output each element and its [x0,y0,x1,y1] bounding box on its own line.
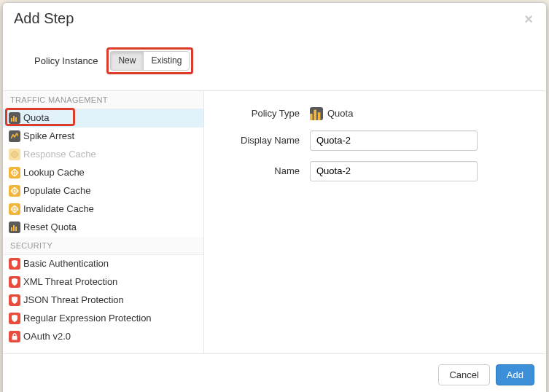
policy-item-label: JSON Threat Protection [23,294,124,305]
svg-rect-16 [13,225,15,231]
policy-item-populate-cache[interactable]: Populate Cache [3,182,203,200]
policy-form: Policy Type Quota Display Name Name [204,91,546,353]
policy-item-oauth-v2-0[interactable]: OAuth v2.0 [3,328,203,346]
policy-item-reset-quota[interactable]: Reset Quota [3,219,203,237]
policy-type-value: Quota [327,108,353,119]
cancel-button[interactable]: Cancel [438,364,489,385]
add-button[interactable]: Add [496,364,534,385]
policy-item-label: Quota [23,112,49,123]
policy-item-label: OAuth v2.0 [23,331,71,342]
policy-section-title: SECURITY [3,237,203,255]
modal-header: Add Step × [3,3,546,36]
svg-rect-18 [12,336,17,340]
display-name-row: Display Name [211,130,524,151]
modal-body: TRAFFIC MANAGEMENTQuotaSpike ArrestRespo… [3,91,546,353]
svg-rect-20 [314,109,316,119]
policy-item-quota[interactable]: Quota [3,109,203,128]
svg-rect-2 [15,117,17,122]
svg-rect-15 [11,227,12,231]
shield-icon [9,294,20,306]
cache-icon [9,167,20,179]
policy-item-label: Response Cache [23,149,96,160]
cache-icon [9,185,20,197]
display-name-label: Display Name [211,135,310,146]
policy-item-lookup-cache[interactable]: Lookup Cache [3,164,203,182]
add-step-modal: Add Step × Policy Instance New Existing … [2,2,547,392]
policy-item-basic-authentication[interactable]: Basic Authentication [3,255,203,273]
svg-rect-1 [13,116,15,122]
shield-icon [9,258,20,270]
close-icon[interactable]: × [520,10,537,28]
policy-item-xml-threat-protection[interactable]: XML Threat Protection [3,273,203,291]
policy-item-label: Basic Authentication [23,258,109,269]
policy-item-label: XML Threat Protection [23,276,117,287]
cache-icon [9,149,20,160]
svg-rect-17 [15,227,17,231]
policy-list-pane[interactable]: TRAFFIC MANAGEMENTQuotaSpike ArrestRespo… [3,91,204,353]
policy-item-label: Populate Cache [23,185,91,196]
quota-icon [310,107,323,120]
policy-item-label: Invalidate Cache [23,203,94,214]
policy-item-spike-arrest[interactable]: Spike Arrest [3,128,203,146]
policy-item-label: Spike Arrest [23,130,74,141]
policy-item-invalidate-cache[interactable]: Invalidate Cache [3,200,203,219]
cache-icon [9,203,20,215]
policy-instance-row: Policy Instance New Existing [3,36,546,91]
svg-rect-0 [11,118,12,122]
policy-instance-label: Policy Instance [34,55,98,66]
quota-icon [9,112,20,124]
policy-section-title: TRAFFIC MANAGEMENT [3,91,203,109]
name-row: Name [211,161,524,181]
policy-item-label: Regular Expression Protection [23,313,152,324]
display-name-input[interactable] [310,130,478,151]
spike-icon [9,130,20,142]
policy-item-label: Lookup Cache [23,167,85,178]
svg-rect-21 [318,112,321,120]
policy-type-label: Policy Type [211,108,310,119]
name-label: Name [211,165,310,176]
modal-title: Add Step [14,10,535,27]
lock-icon [9,331,20,342]
policy-instance-toggle: New Existing [110,51,190,71]
policy-type-row: Policy Type Quota [211,107,524,120]
shield-icon [9,313,20,324]
name-input[interactable] [310,161,478,181]
svg-rect-19 [310,114,313,120]
policy-item-regular-expression-protection[interactable]: Regular Expression Protection [3,310,203,328]
policy-instance-new[interactable]: New [110,51,143,71]
new-button-highlight: New Existing [106,47,193,74]
policy-item-json-threat-protection[interactable]: JSON Threat Protection [3,291,203,310]
policy-item-response-cache: Response Cache [3,146,203,164]
modal-footer: Cancel Add [3,353,546,392]
policy-instance-existing[interactable]: Existing [143,51,190,71]
quota-icon [9,222,20,233]
shield-icon [9,276,20,288]
policy-item-label: Reset Quota [23,222,77,232]
